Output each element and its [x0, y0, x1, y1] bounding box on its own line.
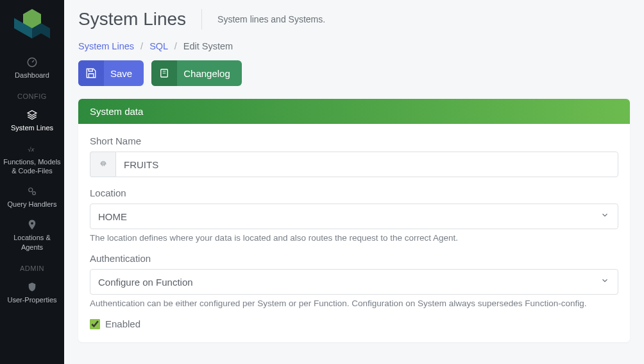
- svg-point-7: [31, 222, 33, 225]
- breadcrumb-separator: /: [174, 41, 177, 51]
- card-title: System data: [78, 99, 630, 124]
- system-data-card: System data Short Name Location HOME The…: [78, 99, 630, 342]
- authentication-label: Authentication: [90, 253, 618, 264]
- nav-dashboard[interactable]: Dashboard: [0, 51, 64, 85]
- short-name-label: Short Name: [90, 135, 618, 146]
- nav-section-admin: ADMIN: [0, 257, 64, 276]
- location-label: Location: [90, 187, 618, 198]
- nav-label: Query Handlers: [7, 200, 56, 208]
- enabled-label: Enabled: [105, 318, 140, 329]
- nav-locations[interactable]: Locations & Agents: [0, 214, 64, 257]
- page-header: System Lines System lines and Systems.: [64, 0, 644, 33]
- breadcrumb-separator: /: [140, 41, 143, 51]
- nav-label: Functions, Models & Code-Files: [3, 158, 60, 175]
- breadcrumb-system-lines[interactable]: System Lines: [78, 41, 134, 51]
- nav-functions[interactable]: √x Functions, Models & Code-Files: [0, 138, 64, 181]
- svg-text:√x: √x: [28, 145, 35, 152]
- nav-label: Locations & Agents: [13, 234, 50, 250]
- location-help: The location defines where your data is …: [90, 233, 618, 243]
- nav-label: System Lines: [11, 124, 53, 132]
- nav-section-config: CONFIG: [0, 85, 64, 104]
- book-icon: [151, 60, 177, 86]
- nav-label: Dashboard: [15, 71, 49, 79]
- save-label: Save: [104, 60, 144, 86]
- page-subtitle: System lines and Systems.: [217, 14, 325, 24]
- svg-point-6: [33, 192, 36, 195]
- save-button[interactable]: Save: [78, 60, 144, 86]
- breadcrumb-sql[interactable]: SQL: [149, 41, 167, 51]
- function-icon: √x: [26, 143, 38, 155]
- sidebar: Dashboard CONFIG System Lines √x Functio…: [0, 0, 64, 364]
- nav-user-properties[interactable]: User-Properties: [0, 276, 64, 309]
- short-name-group: [90, 152, 618, 177]
- save-icon: [78, 60, 104, 86]
- svg-point-5: [29, 188, 33, 192]
- gears-icon: [26, 186, 38, 197]
- breadcrumb-current: Edit System: [183, 41, 233, 51]
- nav-query-handlers[interactable]: Query Handlers: [0, 180, 64, 214]
- nav-system-lines[interactable]: System Lines: [0, 104, 64, 137]
- fingerprint-icon: [90, 152, 115, 177]
- breadcrumb: System Lines / SQL / Edit System: [64, 33, 644, 60]
- card-body: Short Name Location HOME The location de…: [78, 124, 630, 342]
- enabled-row: Enabled: [90, 318, 618, 329]
- layers-icon: [26, 109, 38, 121]
- main-content: System Lines System lines and Systems. S…: [64, 0, 644, 364]
- location-select[interactable]: HOME: [90, 204, 618, 229]
- nav-label: User-Properties: [7, 296, 56, 304]
- app-logo: [13, 6, 51, 45]
- short-name-input[interactable]: [115, 152, 618, 177]
- page-title: System Lines: [78, 9, 202, 30]
- authentication-select[interactable]: Configure on Function: [90, 269, 618, 295]
- enabled-checkbox[interactable]: [90, 319, 100, 329]
- shield-icon: [26, 281, 38, 293]
- authentication-help: Authentication can be either configured …: [90, 299, 618, 308]
- action-bar: Save Changelog: [64, 60, 644, 99]
- dashboard-icon: [26, 56, 38, 68]
- changelog-button[interactable]: Changelog: [151, 60, 242, 86]
- changelog-label: Changelog: [177, 60, 242, 86]
- location-icon: [26, 219, 38, 230]
